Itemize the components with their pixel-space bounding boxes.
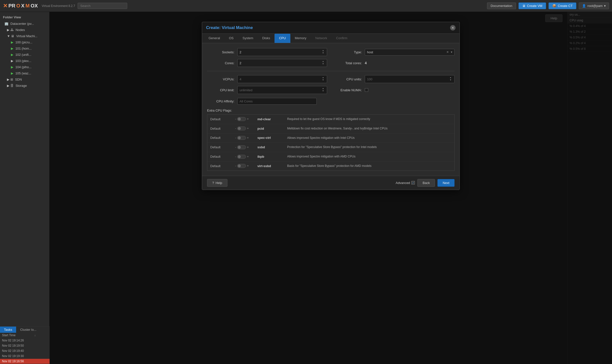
cores-spinner[interactable]: ▲ ▼	[321, 61, 325, 65]
documentation-button[interactable]: Documentation	[487, 2, 516, 9]
toggle-track[interactable]	[237, 117, 246, 121]
cpu-units-down[interactable]: ▼	[449, 79, 452, 82]
vcpus-spinner[interactable]: ▲ ▼	[321, 77, 325, 82]
vm-icon: 🖥	[522, 4, 525, 8]
footer-right: Advanced ✓ Back Next	[396, 179, 455, 187]
flag-row-spec-ctrl: Default - + spec-ctrl Allows improved S	[207, 133, 454, 143]
numa-checkbox[interactable]	[365, 88, 368, 92]
cores-input[interactable]: 2 ▲ ▼	[237, 59, 327, 67]
logo-o: O	[16, 3, 20, 9]
user-icon: 👤	[582, 4, 586, 8]
tab-bar: General OS System Disks CPU Memory Netwo…	[202, 34, 459, 43]
create-vm-button[interactable]: 🖥 Create VM	[519, 2, 546, 9]
toggle-knob-ssbd	[238, 146, 241, 149]
sockets-spinner[interactable]: ▲ ▼	[321, 50, 325, 55]
sockets-down[interactable]: ▼	[321, 52, 325, 55]
content-area: ory us... CPU usag % 0.4% of 4 % 1.3% of…	[50, 12, 612, 364]
advanced-checkbox[interactable]: ✓	[411, 181, 415, 184]
sidebar-item-storage[interactable]: ▶ 🗄 Storage	[0, 83, 49, 89]
sidebar-item-vm-100[interactable]: ▶ 100 (picru...	[0, 39, 49, 45]
sidebar-item-vm-105[interactable]: ▶ 105 (waz...	[0, 70, 49, 76]
flag-row-md-clear: Default - + md-clear Required to let th	[207, 115, 454, 124]
type-dropdown-icon[interactable]: ▾	[451, 50, 452, 54]
flag-row-pcid: Default - + pcid Meltdown fix cost redu	[207, 124, 454, 133]
cpu-limit-input[interactable]: unlimited ▲ ▼	[237, 86, 327, 94]
sidebar-item-vm-101[interactable]: ▶ 101 (hom...	[0, 45, 49, 52]
toggle-track-pcid[interactable]	[237, 126, 246, 130]
tab-system[interactable]: System	[238, 34, 258, 43]
cluster-log-tab[interactable]: Cluster lo...	[16, 327, 40, 333]
sidebar-item-vm-104[interactable]: ▶ 104 (piho...	[0, 64, 49, 70]
next-button[interactable]: Next	[437, 179, 455, 187]
flag-toggle-spec-ctrl[interactable]: - +	[235, 136, 255, 140]
flag-toggle-virt-ssbd[interactable]: - +	[235, 164, 255, 168]
cpu-limit-down[interactable]: ▼	[321, 90, 325, 92]
cores-row: Cores: 2 ▲ ▼	[207, 59, 327, 67]
sidebar-item-vm-102[interactable]: ▶ 102 (unifi...	[0, 52, 49, 58]
vcpus-input[interactable]: 4 ▲ ▼	[237, 75, 327, 83]
flag-row-ibpb: Default - + ibpb Allows improved Spectr	[207, 152, 454, 161]
sockets-label: Sockets:	[207, 50, 234, 54]
tab-os[interactable]: OS	[224, 34, 238, 43]
tab-memory[interactable]: Memory	[290, 34, 311, 43]
flag-toggle-ssbd[interactable]: - +	[235, 145, 255, 149]
sidebar-item-datacenter[interactable]: 🏢 Datacenter (pv...	[0, 21, 49, 27]
affinity-input[interactable]: All Cores	[237, 98, 317, 105]
toggle-knob-virt-ssbd	[238, 164, 241, 167]
toggle-knob-spec-ctrl	[238, 136, 241, 139]
flag-toggle-pcid[interactable]: - +	[235, 126, 255, 130]
vcpus-down[interactable]: ▼	[321, 79, 325, 82]
tasks-tab[interactable]: Tasks	[0, 327, 16, 333]
topbar: ✕ PROXMOX Virtual Environment 8.2.7 Docu…	[0, 0, 612, 12]
type-clear-icon[interactable]: ✕	[446, 50, 449, 54]
user-menu[interactable]: 👤 root@pam ▾	[579, 2, 609, 9]
vm-105-icon: ▶	[11, 71, 13, 75]
tab-cpu[interactable]: CPU	[275, 34, 290, 43]
cpu-limit-spinner[interactable]: ▲ ▼	[321, 88, 325, 92]
vm-101-icon: ▶	[11, 47, 13, 50]
modal-close-button[interactable]: ✕	[450, 25, 456, 30]
sockets-input[interactable]: 2 ▲ ▼	[237, 48, 327, 56]
toggle-track-spec-ctrl[interactable]	[237, 136, 246, 140]
log-row-3: Nov 02 19:19:30	[0, 354, 50, 359]
logo-x-icon: ✕	[3, 3, 7, 9]
flag-toggle-md-clear[interactable]: - +	[235, 117, 255, 121]
form-grid-mid: VCPUs: 4 ▲ ▼ CPU units:	[207, 75, 455, 94]
create-ct-button[interactable]: 📦 Create CT	[549, 2, 576, 9]
tab-general[interactable]: General	[204, 34, 224, 43]
advanced-toggle[interactable]: Advanced ✓	[396, 181, 415, 185]
log-rows: Start Time ↓ Nov 02 19:14:26 Nov 02 19:1…	[0, 333, 50, 364]
cpu-units-input[interactable]: 100 ▲ ▼	[365, 75, 455, 83]
flags-scroll[interactable]: Default - + md-clear Required to let th	[207, 114, 455, 171]
toggle-track-virt-ssbd[interactable]	[237, 164, 246, 168]
help-button-footer[interactable]: ? Help	[207, 179, 227, 187]
cpu-limit-row: CPU limit: unlimited ▲ ▼	[207, 86, 327, 94]
cpu-units-spinner[interactable]: ▲ ▼	[449, 77, 452, 82]
total-cores-value: 4	[365, 61, 367, 65]
main-layout: Folder View 🏢 Datacenter (pv... ▶ 🖧 Node…	[0, 12, 612, 364]
vm-100-icon: ▶	[11, 40, 13, 44]
log-row-0: Nov 02 19:14:26	[0, 338, 50, 343]
sdn-icon: ▶ ⊞	[7, 78, 13, 81]
cores-down[interactable]: ▼	[321, 63, 325, 65]
sidebar-item-vm-103[interactable]: ▶ 103 (plex...	[0, 58, 49, 64]
vms-icon: ▼ 🖥	[7, 34, 14, 38]
toggle-track-ibpb[interactable]	[237, 155, 246, 159]
sidebar-item-sdn[interactable]: ▶ ⊞ SDN	[0, 76, 49, 83]
tab-confirm[interactable]: Confirm	[332, 34, 352, 43]
tab-network[interactable]: Network	[311, 34, 332, 43]
back-button[interactable]: Back	[417, 179, 435, 187]
type-select[interactable]: host ✕ ▾	[365, 49, 455, 56]
vcpus-label: VCPUs:	[207, 77, 234, 81]
cores-label: Cores:	[207, 61, 234, 65]
numa-row: Enable NUMA:	[335, 86, 455, 94]
divider	[207, 71, 455, 71]
flag-toggle-ibpb[interactable]: - +	[235, 155, 255, 159]
type-row: Type: host ✕ ▾	[335, 48, 455, 56]
toggle-track-ssbd[interactable]	[237, 145, 246, 149]
sidebar-item-vms[interactable]: ▼ 🖥 Virtual Machi...	[0, 33, 49, 39]
affinity-row: CPU Affinity: All Cores	[207, 98, 455, 105]
tab-disks[interactable]: Disks	[258, 34, 275, 43]
search-input[interactable]	[78, 3, 127, 9]
sidebar-item-nodes[interactable]: ▶ 🖧 Nodes	[0, 27, 49, 33]
